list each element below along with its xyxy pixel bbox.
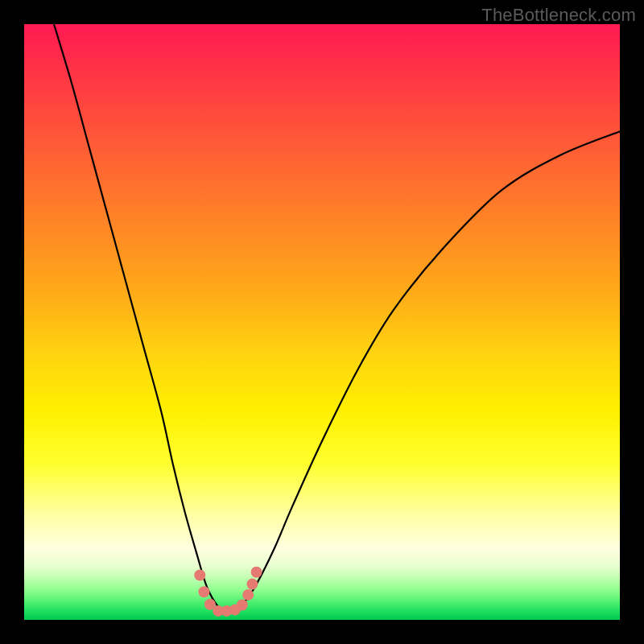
chart-frame: TheBottleneck.com: [0, 0, 644, 644]
bottleneck-curve: [54, 24, 620, 612]
marker-dot: [246, 579, 258, 590]
curve-layer: [24, 24, 620, 620]
marker-dot: [237, 600, 248, 611]
bottleneck-markers: [194, 567, 262, 617]
plot-area: [24, 24, 620, 620]
marker-dot: [194, 570, 205, 581]
marker-dot: [251, 567, 262, 578]
marker-dot: [198, 586, 209, 597]
marker-dot: [242, 589, 254, 601]
watermark-text: TheBottleneck.com: [481, 5, 636, 26]
